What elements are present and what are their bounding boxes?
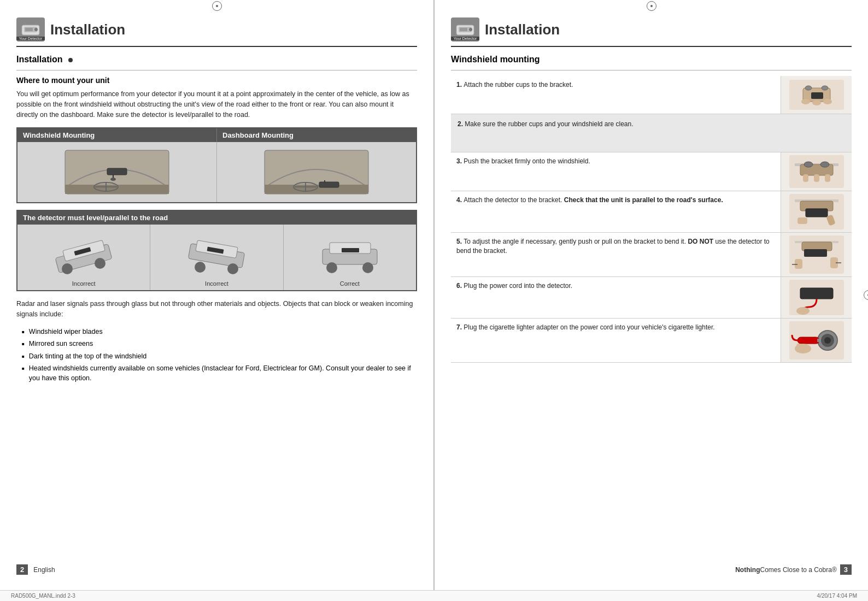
reg-mark-right xyxy=(864,290,868,300)
step-5: 5. To adjust the angle if necessary, gen… xyxy=(451,233,852,277)
svg-rect-45 xyxy=(811,92,823,99)
where-to-mount-title: Where to mount your unit xyxy=(16,76,417,85)
right-page: Your Detector Installation Windshield mo… xyxy=(435,0,868,590)
step-3-image xyxy=(781,152,852,191)
step-5-image xyxy=(781,233,852,276)
svg-point-31 xyxy=(326,262,337,273)
svg-rect-63 xyxy=(804,249,827,257)
left-footer: 2 English xyxy=(16,564,55,575)
svg-point-49 xyxy=(804,162,813,167)
svg-rect-3 xyxy=(25,28,33,31)
installation-section: Installation Where to mount your unit Yo… xyxy=(16,55,417,383)
windshield-diagram-cell xyxy=(17,142,217,202)
bullet-item: Mirrored sun screens xyxy=(22,339,417,349)
step-6-image xyxy=(781,277,852,318)
step-1-text: 1. Attach the rubber cups to the bracket… xyxy=(451,76,781,114)
svg-point-68 xyxy=(796,307,810,315)
reg-mark-top-left xyxy=(212,1,222,11)
right-footer-suffix: Comes Close to a Cobra® xyxy=(760,566,837,574)
step-6: 6. Plug the power cord into the detector… xyxy=(451,277,852,319)
windshield-header: Windshield Mounting xyxy=(17,128,217,142)
step-4-text: 4. Attach the detector to the bracket. C… xyxy=(451,191,781,232)
svg-rect-52 xyxy=(814,174,819,182)
svg-point-36 xyxy=(469,28,472,31)
level-label-1: Incorrect xyxy=(205,280,228,287)
svg-rect-64 xyxy=(795,259,802,269)
svg-rect-9 xyxy=(107,168,127,175)
svg-rect-76 xyxy=(796,344,802,352)
left-page-title: Installation xyxy=(50,21,125,38)
mounting-table-body xyxy=(17,142,416,202)
dashboard-diagram-cell xyxy=(217,142,416,202)
dashboard-diagram xyxy=(262,148,371,197)
installation-title: Installation xyxy=(16,55,417,64)
level-label-0: Incorrect xyxy=(72,280,96,287)
steps-container: 1. Attach the rubber cups to the bracket… xyxy=(451,76,852,363)
section-dot xyxy=(68,58,73,62)
svg-point-22 xyxy=(95,258,105,269)
step-6-text: 6. Plug the power cord into the detector… xyxy=(451,277,781,318)
svg-rect-17 xyxy=(319,182,339,187)
mounting-table: Windshield Mounting Dashboard Mounting xyxy=(16,127,417,203)
right-page-header: Your Detector Installation xyxy=(451,11,852,47)
step-2-text: 2. Make sure the rubber cups and your wi… xyxy=(451,114,852,152)
svg-point-44 xyxy=(822,86,828,90)
step-7-image xyxy=(781,319,852,362)
step-3-text: 3. Push the bracket firmly onto the wind… xyxy=(451,152,781,191)
windshield-section: Windshield mounting 1. Attach the rubber… xyxy=(451,55,852,363)
svg-point-72 xyxy=(824,337,831,344)
svg-rect-37 xyxy=(460,28,467,31)
reg-mark-top-right xyxy=(647,1,656,11)
dashboard-header: Dashboard Mounting xyxy=(217,128,416,142)
svg-point-43 xyxy=(805,86,812,90)
level-label-2: Correct xyxy=(340,280,360,287)
level-table-body: Incorrect Incorrect xyxy=(17,225,416,290)
svg-rect-18 xyxy=(324,180,325,182)
svg-rect-57 xyxy=(806,209,828,217)
svg-point-40 xyxy=(801,99,810,104)
meta-file: RAD500G_MANL.indd 2-3 xyxy=(11,593,75,599)
left-header-icon-label: Your Detector xyxy=(16,37,45,40)
svg-point-32 xyxy=(362,262,373,273)
step-4-image xyxy=(781,191,852,232)
right-header-icon: Your Detector xyxy=(451,17,479,42)
svg-point-21 xyxy=(62,263,73,274)
body-text-2: Radar and laser signals pass through gla… xyxy=(16,299,417,320)
bullet-item: Windshield wiper blades xyxy=(22,327,417,337)
svg-rect-74 xyxy=(817,339,820,342)
left-page-num: 2 xyxy=(16,564,28,575)
level-table-header: The detector must level/parallel to the … xyxy=(17,211,416,225)
svg-point-2 xyxy=(34,28,38,31)
bullet-item: Heated windshields currently available o… xyxy=(22,364,417,383)
divider xyxy=(16,70,417,70)
left-page-header: Your Detector Installation xyxy=(16,11,417,47)
left-header-icon: Your Detector xyxy=(16,17,45,42)
svg-point-41 xyxy=(812,100,821,105)
right-page-title: Installation xyxy=(485,21,560,38)
meta-bar: RAD500G_MANL.indd 2-3 4/20/17 4:04 PM xyxy=(0,590,868,601)
svg-rect-67 xyxy=(800,288,833,299)
level-cell-correct: Correct xyxy=(284,225,416,290)
svg-rect-73 xyxy=(797,337,819,344)
svg-point-27 xyxy=(227,263,238,274)
bullet-item: Dark tinting at the top of the windshiel… xyxy=(22,352,417,362)
windshield-section-title: Windshield mounting xyxy=(451,55,852,64)
svg-point-26 xyxy=(195,262,206,273)
level-table: The detector must level/parallel to the … xyxy=(16,210,417,291)
right-header-icon-label: Your Detector xyxy=(451,37,479,40)
step-2: 2. Make sure the rubber cups and your wi… xyxy=(451,114,852,152)
left-page: Your Detector Installation Installation … xyxy=(0,0,435,590)
windshield-diagram xyxy=(62,148,172,197)
right-footer-prefix: NothingComes Close to a Cobra® xyxy=(735,566,837,574)
level-cell-incorrect-2: Incorrect xyxy=(150,225,283,290)
step-5-text: 5. To adjust the angle if necessary, gen… xyxy=(451,233,781,276)
right-footer: NothingComes Close to a Cobra® 3 xyxy=(735,564,852,575)
step-7-text: 7. Plug the cigarette lighter adapter on… xyxy=(451,319,781,362)
body-text-1: You will get optimum performance from yo… xyxy=(16,89,417,120)
svg-point-11 xyxy=(110,178,116,181)
mounting-table-header: Windshield Mounting Dashboard Mounting xyxy=(17,128,416,142)
step-1: 1. Attach the rubber cups to the bracket… xyxy=(451,76,852,114)
svg-rect-51 xyxy=(803,174,808,182)
svg-rect-33 xyxy=(342,248,359,252)
svg-rect-53 xyxy=(825,174,830,182)
